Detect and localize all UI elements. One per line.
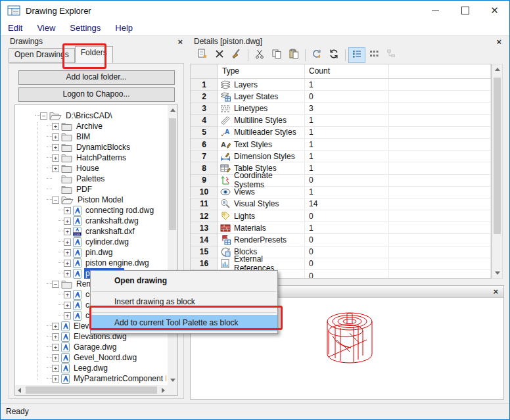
cut-button[interactable] bbox=[251, 47, 268, 63]
add-local-folder-button[interactable]: Add local folder... bbox=[18, 70, 175, 85]
menu-item-edit[interactable]: Edit bbox=[1, 23, 30, 33]
scroll-down-icon[interactable] bbox=[170, 379, 175, 382]
expand-icon[interactable]: + bbox=[52, 154, 59, 162]
expand-icon[interactable]: + bbox=[64, 218, 71, 225]
tree-item[interactable]: +pin.dwg bbox=[16, 247, 166, 258]
table-row[interactable]: 9Coordinate Systems0 bbox=[191, 175, 491, 187]
table-row[interactable]: 1Layers1 bbox=[191, 79, 491, 91]
tree-item[interactable]: +connecting rod.dwg bbox=[16, 205, 166, 216]
tree-vscroll-thumb[interactable] bbox=[169, 118, 176, 230]
tab-open-drawings[interactable]: Open Drawings bbox=[9, 48, 75, 63]
scroll-right-icon[interactable] bbox=[162, 388, 165, 393]
maximize-button[interactable] bbox=[450, 1, 480, 20]
expand-icon[interactable]: + bbox=[64, 291, 71, 298]
view-details-button[interactable] bbox=[348, 47, 365, 63]
tree-vertical-scrollbar[interactable] bbox=[168, 105, 177, 385]
expand-icon[interactable]: + bbox=[64, 228, 71, 235]
expand-icon[interactable]: + bbox=[52, 323, 59, 330]
scroll-left-icon[interactable] bbox=[18, 388, 21, 393]
expand-icon[interactable]: + bbox=[52, 123, 59, 130]
collapse-icon[interactable]: − bbox=[52, 281, 59, 288]
expand-icon[interactable]: + bbox=[64, 260, 71, 267]
table-vertical-scrollbar[interactable] bbox=[492, 64, 503, 279]
tree-item[interactable]: +DynamicBlocks bbox=[16, 142, 166, 152]
table-row[interactable]: 3Linetypes3 bbox=[191, 103, 491, 114]
column-header-rownum[interactable] bbox=[191, 64, 218, 78]
table-row[interactable]: 14RenderPresets0 bbox=[191, 234, 491, 246]
tree-item[interactable]: +crankshaft.dwg bbox=[16, 216, 166, 226]
scroll-up-icon[interactable] bbox=[170, 108, 175, 112]
menu-item-settings[interactable]: Settings bbox=[62, 23, 108, 33]
menu-item-help[interactable]: Help bbox=[108, 23, 140, 33]
expand-icon[interactable]: + bbox=[52, 144, 59, 151]
drawings-panel-close-icon[interactable]: × bbox=[177, 37, 183, 47]
expand-icon[interactable]: + bbox=[64, 302, 71, 309]
tree-item[interactable]: +MyParametricComponent Inser bbox=[16, 373, 166, 384]
table-row[interactable]: 7Dimension Styles1 bbox=[191, 151, 491, 162]
preview-pane-close-icon[interactable]: × bbox=[493, 287, 498, 296]
tree-item[interactable]: +House bbox=[16, 163, 166, 174]
expand-icon[interactable]: + bbox=[64, 239, 71, 246]
table-row[interactable]: 13Materials1 bbox=[191, 222, 491, 234]
table-row[interactable]: 10Views1 bbox=[191, 187, 491, 198]
table-row[interactable]: 11Visual Styles14 bbox=[191, 198, 491, 210]
collapse-icon[interactable]: − bbox=[40, 112, 47, 120]
logon-to-chapoo-button[interactable]: Logon to Chapoo... bbox=[18, 87, 175, 102]
expand-icon[interactable]: + bbox=[52, 333, 59, 340]
expand-icon[interactable]: + bbox=[52, 165, 59, 172]
expand-icon[interactable]: + bbox=[64, 207, 71, 214]
paste-button[interactable] bbox=[285, 47, 302, 63]
tree-item[interactable]: −Piston Model bbox=[16, 195, 166, 205]
tree-item[interactable]: +BIM bbox=[16, 131, 166, 142]
context-menu-item-insert-drawing-as-block[interactable]: Insert drawing as block bbox=[91, 294, 277, 310]
column-header-Count[interactable]: Count bbox=[305, 64, 389, 78]
table-row[interactable]: 5AMultileader Styles1 bbox=[191, 127, 491, 139]
expand-icon[interactable]: + bbox=[64, 312, 71, 319]
expand-icon[interactable]: + bbox=[52, 365, 59, 372]
expand-icon[interactable]: + bbox=[52, 375, 59, 383]
table-scroll-up-icon[interactable] bbox=[495, 68, 500, 71]
expand-icon[interactable]: + bbox=[64, 249, 71, 256]
tree-item[interactable]: Palettes bbox=[16, 174, 166, 184]
table-vscroll-thumb[interactable] bbox=[494, 78, 501, 234]
table-row[interactable]: 6AText Styles1 bbox=[191, 139, 491, 151]
tree-horizontal-scrollbar[interactable] bbox=[15, 385, 168, 395]
tree-item[interactable]: +Garage.dwg bbox=[16, 342, 166, 352]
minimize-button[interactable] bbox=[421, 1, 450, 20]
regen-button[interactable] bbox=[308, 47, 325, 63]
context-menu-item-add-to-current-tool-palette-as-block[interactable]: Add to current Tool Palette as block bbox=[91, 315, 277, 331]
tree-item[interactable]: +Archive bbox=[16, 121, 166, 131]
tree-item[interactable]: +cylinder.dwg bbox=[16, 237, 166, 247]
tree-hscroll-thumb[interactable] bbox=[26, 386, 157, 394]
tree-item[interactable]: +Leeg.dwg bbox=[16, 363, 166, 373]
expand-icon[interactable]: + bbox=[64, 270, 71, 277]
table-row[interactable]: 12Lights0 bbox=[191, 210, 491, 222]
table-row[interactable]: 16External References0 bbox=[191, 258, 491, 270]
refresh-button[interactable] bbox=[325, 47, 342, 63]
table-scroll-down-icon[interactable] bbox=[495, 271, 500, 275]
tree-item[interactable]: +Gevel_Noord.dwg bbox=[16, 352, 166, 363]
tab-folders[interactable]: Folders bbox=[75, 46, 113, 63]
table-row[interactable]: 4Multiline Styles1 bbox=[191, 115, 491, 127]
view-icons-button[interactable] bbox=[365, 47, 382, 63]
collapse-icon[interactable]: − bbox=[52, 197, 59, 204]
column-header-Type[interactable]: Type bbox=[218, 64, 305, 78]
menu-item-view[interactable]: View bbox=[30, 23, 62, 33]
details-panel-close-icon[interactable]: × bbox=[496, 37, 501, 47]
new-item-button[interactable] bbox=[194, 47, 211, 63]
copy-button[interactable] bbox=[268, 47, 285, 63]
expand-icon[interactable]: + bbox=[52, 354, 59, 362]
tree-item[interactable]: +DXFcrankshaft.dxf bbox=[16, 226, 166, 237]
column-header-blank[interactable] bbox=[389, 64, 491, 78]
tree-item[interactable]: PDF bbox=[16, 184, 166, 195]
close-button[interactable]: ✕ bbox=[480, 1, 509, 20]
tree-item[interactable]: +HatchPatterns bbox=[16, 152, 166, 163]
purge-button[interactable] bbox=[228, 47, 245, 63]
expand-icon[interactable]: + bbox=[52, 344, 59, 351]
expand-icon[interactable]: + bbox=[52, 133, 59, 141]
context-menu-item-open-drawing[interactable]: Open drawing bbox=[91, 273, 277, 289]
tree-item[interactable]: −D:\BricsCAD\ bbox=[16, 110, 166, 121]
delete-button[interactable] bbox=[211, 47, 228, 63]
table-row[interactable]: 2Layer States0 bbox=[191, 91, 491, 103]
tree-item[interactable]: +piston engine.dwg bbox=[16, 258, 166, 268]
